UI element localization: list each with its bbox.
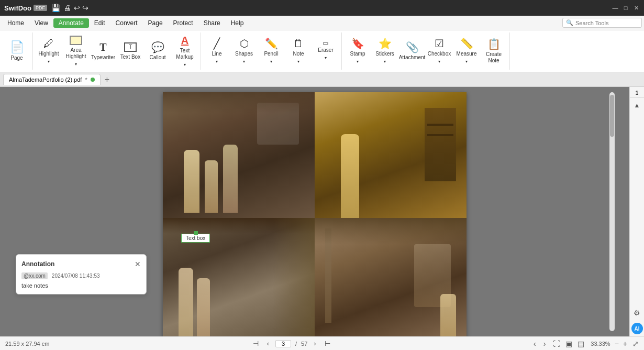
tool-create-note[interactable]: 📋 Create Note [480,34,507,69]
zoom-out-button[interactable]: − [615,340,619,348]
pdf-page: Text box [163,92,467,336]
page-separator: / [295,341,297,347]
status-bar: 21.59 x 27.94 cm ⊣ ‹ / 57 › ⊢ ‹ › ⛶ ▣ ▤ … [0,336,644,350]
tool-group-draw: ╱ Line ▾ ⬡ Shapes ▾ ✏️ Pencil ▾ 🗒 Note ▾… [203,32,342,70]
next-page-button[interactable]: › [312,338,318,348]
measure-icon: 📏 [460,38,473,49]
zoom-in-button[interactable]: + [623,340,627,348]
pdf-viewer[interactable]: Annotation ✕ @xx.com 2024/07/08 11:43:53… [0,87,629,336]
first-page-button[interactable]: ⊣ [251,338,261,348]
window-controls: — □ ✕ [612,4,640,12]
app-badge: PDF [34,5,47,11]
print-icon[interactable]: 🖨 [63,4,71,12]
tool-page[interactable]: 📄 Page [3,34,30,69]
painting-3: Text box [163,218,315,336]
annotation-popup: Annotation ✕ @xx.com 2024/07/08 11:43:53… [16,254,147,294]
tool-shapes[interactable]: ⬡ Shapes ▾ [230,34,258,69]
tool-attachment[interactable]: 📎 Attachment [398,34,426,69]
stamp-icon: 🔖 [351,38,364,49]
title-bar: SwifDoo PDF 💾 🖨 ↩ ↪ — □ ✕ [0,0,644,16]
fullscreen-button[interactable]: ⤢ [632,340,639,348]
tool-area-highlight[interactable]: Area Highlight ▾ [62,34,90,69]
annotation-header: Annotation ✕ [21,260,141,268]
menu-convert[interactable]: Convert [110,18,143,28]
menu-protect[interactable]: Protect [168,18,198,28]
current-page-input[interactable] [275,340,291,347]
menu-page[interactable]: Page [143,18,168,28]
search-input[interactable] [575,20,638,26]
menu-share[interactable]: Share [198,18,226,28]
annotation-close-button[interactable]: ✕ [135,260,141,268]
scroll-track[interactable] [609,92,615,331]
page-nav-left[interactable]: ‹ [534,340,536,348]
painting-1 [163,92,315,218]
pdf-grid: Text box [163,92,467,336]
search-icon: 🔍 [566,19,573,26]
tool-highlight[interactable]: 🖊 Highlight ▾ [35,34,62,69]
eraser-icon [323,42,328,45]
attachment-icon: 📎 [406,42,419,52]
page-icon: 📄 [10,41,24,53]
fit-page-button[interactable]: ⛶ [553,340,560,348]
painting-4 [315,218,467,336]
maximize-button[interactable]: □ [622,4,629,12]
page-nav-right[interactable]: › [543,340,546,348]
tool-callout[interactable]: 💬 Callout [144,34,171,69]
annotation-note-text: take notes [21,282,141,289]
textbox-handle [194,231,198,235]
tool-text-box[interactable]: T Text Box [117,34,144,69]
active-tab[interactable]: AlmaTademaPortfolio (2).pdf * [3,74,101,85]
menu-bar: Home View Annotate Edit Convert Page Pro… [0,16,644,30]
annotation-title: Annotation [21,260,54,268]
tool-text-markup[interactable]: A Text Markup ▾ [171,33,198,69]
tool-stamp[interactable]: 🔖 Stamp ▾ [344,34,371,69]
tool-pencil[interactable]: ✏️ Pencil ▾ [258,34,285,69]
prev-page-button[interactable]: ‹ [265,338,271,348]
menu-view[interactable]: View [29,18,53,28]
tool-checkbox[interactable]: ☑ Checkbox ▾ [426,34,453,69]
line-icon: ╱ [214,38,220,49]
tool-note[interactable]: 🗒 Note ▾ [285,34,312,69]
menu-help[interactable]: Help [226,18,249,28]
app-name: SwifDoo [4,4,31,12]
menu-edit[interactable]: Edit [89,18,110,28]
stickers-icon: ⭐ [379,38,392,49]
tool-typewriter[interactable]: T Typewriter [90,34,117,69]
search-box[interactable]: 🔍 [562,18,642,28]
tabs-bar: AlmaTademaPortfolio (2).pdf * + [0,72,644,87]
ai-badge[interactable]: AI [631,323,643,334]
scroll-thumb[interactable] [610,95,614,137]
tool-eraser[interactable]: Eraser ▾ [312,34,339,69]
tool-stickers[interactable]: ⭐ Stickers ▾ [371,34,398,69]
menu-home[interactable]: Home [2,18,29,28]
ribbon-toolbar: 📄 Page 🖊 Highlight ▾ Area Highlight ▾ T … [0,30,644,72]
sidebar-scroll-top[interactable]: ▲ [631,100,643,111]
shapes-icon: ⬡ [240,38,249,49]
highlight-icon: 🖊 [43,38,54,49]
two-page-button[interactable]: ▣ [565,340,572,348]
create-note-icon: 📋 [487,39,501,49]
tool-measure[interactable]: 📏 Measure ▾ [453,34,480,69]
tool-group-annotate: 🖊 Highlight ▾ Area Highlight ▾ T Typewri… [35,32,201,70]
tab-filename: AlmaTademaPortfolio (2).pdf [9,76,82,83]
saved-indicator [91,78,95,82]
redo-icon[interactable]: ↪ [82,4,88,12]
undo-icon[interactable]: ↩ [74,4,80,12]
tool-line[interactable]: ╱ Line ▾ [203,34,230,69]
minimize-button[interactable]: — [612,4,619,12]
last-page-button[interactable]: ⊢ [323,338,332,348]
right-sidebar: 1 ▲ ⚙ AI [629,87,644,336]
textbox-label: Text box [186,235,205,241]
annotation-timestamp: 2024/07/08 11:43:53 [52,273,100,279]
sidebar-page-number: 1 [630,89,644,97]
tool-group-nav: 📄 Page [3,32,33,70]
add-tab-button[interactable]: + [103,75,112,84]
textbox-annotation-overlay[interactable]: Text box [181,234,210,243]
save-icon[interactable]: 💾 [51,4,60,12]
menu-annotate[interactable]: Annotate [53,18,89,28]
annotation-meta: @xx.com 2024/07/08 11:43:53 [21,272,141,279]
note-icon: 🗒 [293,38,304,49]
close-button[interactable]: ✕ [632,4,640,12]
page-layout-button[interactable]: ▤ [578,340,584,348]
sidebar-filter-icon[interactable]: ⚙ [631,307,643,319]
